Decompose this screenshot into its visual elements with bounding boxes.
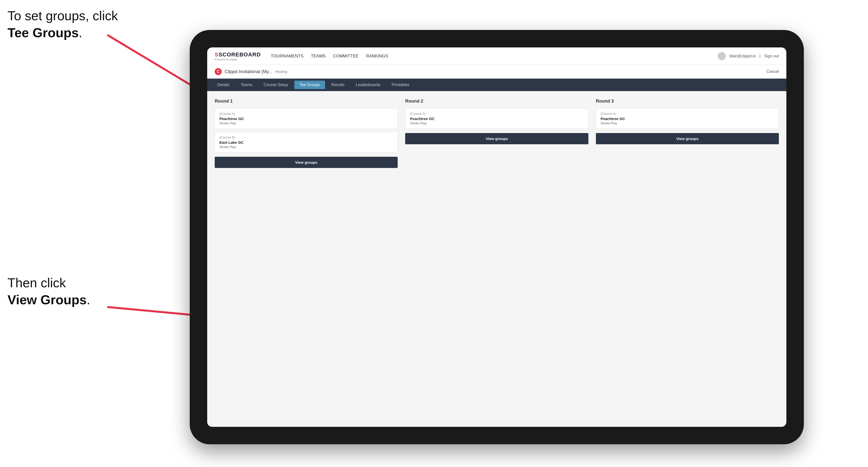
separator: | bbox=[760, 54, 761, 58]
tab-course-setup[interactable]: Course Setup bbox=[259, 81, 293, 89]
tournament-title: C Clippd Invitational (My... Hosting bbox=[215, 68, 287, 75]
logo-area: SSCOREBOARD Powered by clippit bbox=[215, 52, 261, 61]
logo-sub: Powered by clippit bbox=[215, 58, 237, 61]
nav-committee[interactable]: COMMITTEE bbox=[333, 53, 359, 60]
round-2-course-a: (Course A) Peachtree GC Stroke Play bbox=[405, 108, 588, 129]
tab-leaderboards[interactable]: Leaderboards bbox=[351, 81, 385, 89]
round-1-course-a-label: (Course A) bbox=[219, 112, 393, 116]
round-1-title: Round 1 bbox=[215, 99, 398, 104]
user-email: blair@clippd.io bbox=[730, 54, 756, 58]
round-1-column: Round 1 (Course A) Peachtree GC Stroke P… bbox=[215, 99, 398, 168]
nav-right: blair@clippd.io | Sign out bbox=[718, 52, 779, 60]
main-content: Round 1 (Course A) Peachtree GC Stroke P… bbox=[207, 91, 786, 427]
nav-teams[interactable]: TEAMS bbox=[311, 53, 326, 60]
round-1-course-b-name: East Lake GC bbox=[219, 140, 393, 145]
round-3-course-a-label: (Course A) bbox=[601, 112, 774, 116]
round-3-column: Round 3 (Course A) Peachtree GC Stroke P… bbox=[596, 99, 779, 168]
round-2-title: Round 2 bbox=[405, 99, 588, 104]
tablet-screen: SSCOREBOARD Powered by clippit TOURNAMEN… bbox=[207, 48, 786, 427]
instruction-period: . bbox=[79, 26, 82, 40]
tab-teams[interactable]: Teams bbox=[236, 81, 257, 89]
tab-nav: Details Teams Course Setup Tee Groups Re… bbox=[207, 79, 786, 91]
tab-tee-groups[interactable]: Tee Groups bbox=[294, 81, 325, 89]
round-2-course-a-format: Stroke Play bbox=[410, 121, 583, 125]
tab-results[interactable]: Results bbox=[326, 81, 349, 89]
nav-tournaments[interactable]: TOURNAMENTS bbox=[271, 53, 304, 60]
nav-rankings[interactable]: RANKINGS bbox=[366, 53, 388, 60]
round-3-title: Round 3 bbox=[596, 99, 779, 104]
hosting-badge: Hosting bbox=[275, 70, 287, 74]
sign-out-link[interactable]: Sign out bbox=[764, 54, 779, 58]
round-2-column: Round 2 (Course A) Peachtree GC Stroke P… bbox=[405, 99, 588, 168]
tournament-c-icon: C bbox=[215, 68, 222, 75]
rounds-grid: Round 1 (Course A) Peachtree GC Stroke P… bbox=[215, 99, 779, 168]
round-2-course-a-label: (Course A) bbox=[410, 112, 583, 116]
round-1-course-a: (Course A) Peachtree GC Stroke Play bbox=[215, 108, 398, 129]
logo-text: SSCOREBOARD bbox=[215, 52, 261, 58]
view-groups-highlight: View Groups bbox=[7, 292, 87, 307]
logo-label: SCOREBOARD bbox=[219, 52, 261, 58]
round-1-course-a-name: Peachtree GC bbox=[219, 117, 393, 121]
nav-links: TOURNAMENTS TEAMS COMMITTEE RANKINGS bbox=[271, 53, 388, 60]
tee-groups-highlight: Tee Groups bbox=[7, 26, 79, 40]
top-nav: SSCOREBOARD Powered by clippit TOURNAMEN… bbox=[207, 48, 786, 65]
tab-printables[interactable]: Printables bbox=[387, 81, 414, 89]
round-2-course-a-name: Peachtree GC bbox=[410, 117, 583, 121]
round-1-course-b-format: Stroke Play bbox=[219, 145, 393, 149]
round-1-view-groups-button[interactable]: View groups bbox=[215, 157, 398, 168]
tablet-frame: SSCOREBOARD Powered by clippit TOURNAMEN… bbox=[190, 30, 804, 444]
nav-left: SSCOREBOARD Powered by clippit TOURNAMEN… bbox=[215, 52, 388, 61]
round-3-course-a-format: Stroke Play bbox=[601, 121, 774, 125]
round-3-course-a-name: Peachtree GC bbox=[601, 117, 774, 121]
round-1-course-a-format: Stroke Play bbox=[219, 121, 393, 125]
round-1-course-b-label: (Course B) bbox=[219, 135, 393, 139]
instruction-bottom-period: . bbox=[87, 292, 90, 307]
round-1-course-b: (Course B) East Lake GC Stroke Play bbox=[215, 132, 398, 153]
round-2-view-groups-button[interactable]: View groups bbox=[405, 133, 588, 144]
tab-details[interactable]: Details bbox=[212, 81, 235, 89]
cancel-button[interactable]: Cancel bbox=[766, 69, 779, 74]
tournament-name: Clippd Invitational (My... bbox=[225, 69, 272, 74]
instruction-bottom: Then click View Groups. bbox=[7, 275, 90, 308]
round-3-course-a: (Course A) Peachtree GC Stroke Play bbox=[596, 108, 779, 129]
logo-c-letter: S bbox=[215, 52, 219, 58]
round-3-view-groups-button[interactable]: View groups bbox=[596, 133, 779, 144]
instruction-top: To set groups, click Tee Groups. bbox=[7, 7, 118, 41]
tournament-bar: C Clippd Invitational (My... Hosting Can… bbox=[207, 65, 786, 79]
user-avatar bbox=[718, 52, 726, 60]
instruction-bottom-line1: Then click bbox=[7, 276, 66, 290]
instruction-top-line1: To set groups, click bbox=[7, 8, 118, 23]
